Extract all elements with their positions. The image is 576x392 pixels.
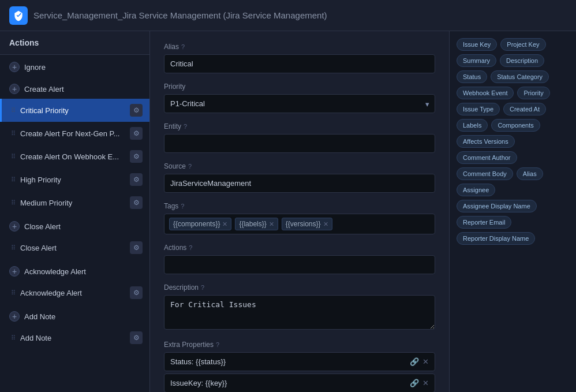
rp-tag[interactable]: Assignee [457,184,495,196]
priority-group: Priority P1-Critical P2-High P3-Medium P… [164,83,435,113]
extra-prop-value-0: Status: {{status}} [170,357,410,366]
drag-handle-close: ⠿ [11,244,16,252]
acknowledge-alert-section-label: Acknowledge Alert [24,267,86,276]
actions-top-label: Actions [9,38,39,47]
gear-btn-critical[interactable]: ⚙ [130,104,143,117]
app-header: Service_Management_Jira Service Manageme… [0,0,576,31]
priority-select-wrapper: P1-Critical P2-High P3-Medium P4-Low ▾ [164,94,435,113]
description-textarea[interactable]: For Critical Issues [164,295,435,330]
extra-prop-value-1: IssueKey: {{key}} [170,379,410,387]
rp-tag[interactable]: Affects Versions [457,135,515,148]
sidebar-item-acknowledge-alert[interactable]: ⠿ Acknowledge Alert ⚙ [0,281,149,304]
rp-tag[interactable]: Assignee Display Name [457,200,537,212]
rp-tag[interactable]: Alias [517,167,543,180]
medium-priority-label: Medium Priority [20,199,126,207]
create-alert-webhook-label: Create Alert On Webhook E... [20,152,126,161]
rp-tag[interactable]: Priority [517,87,549,99]
drag-handle-critical: ⠿ [11,107,16,114]
sidebar-section-acknowledge-alert[interactable]: + Acknowledge Alert [0,259,149,281]
actions-group: Actions ? [164,244,435,274]
gear-btn-close[interactable]: ⚙ [130,241,143,254]
drag-handle-webhook: ⠿ [11,153,16,160]
extra-prop-link-icon-0[interactable]: 🔗 [410,357,419,366]
rp-tag[interactable]: Project Key [500,38,545,51]
drag-handle-add-note: ⠿ [11,334,16,342]
tag-remove-labels[interactable]: ✕ [269,221,274,227]
alias-label: Alias ? [164,43,435,51]
rp-tag[interactable]: Description [500,54,544,67]
add-note-item-label: Add Note [20,334,126,342]
sidebar-item-create-alert-webhook[interactable]: ⠿ Create Alert On Webhook E... ⚙ [0,145,149,168]
priority-select[interactable]: P1-Critical P2-High P3-Medium P4-Low [164,94,435,113]
description-label: Description ? [164,283,435,292]
tag-versions: {{versions}} ✕ [282,218,332,230]
sidebar-section-ignore[interactable]: + Ignore [0,55,149,77]
tags-container[interactable]: {{components}} ✕ {{labels}} ✕ {{versions… [164,214,435,234]
tags-group: Tags ? {{components}} ✕ {{labels}} ✕ {{v… [164,202,435,234]
tags-help-icon[interactable]: ? [181,203,184,210]
tag-remove-components[interactable]: ✕ [222,221,227,227]
high-priority-label: High Priority [20,176,126,184]
rp-tag[interactable]: Issue Type [457,103,500,115]
tag-labels: {{labels}} ✕ [235,218,278,230]
gear-btn-acknowledge[interactable]: ⚙ [130,286,143,299]
gear-btn-add-note[interactable]: ⚙ [130,331,143,344]
entity-input[interactable] [164,134,435,153]
acknowledge-expand-icon: + [9,266,20,277]
entity-help-icon[interactable]: ? [184,123,187,130]
entity-label: Entity ? [164,122,435,130]
extra-prop-actions-1: 🔗 ✕ [410,379,429,387]
gear-btn-medium[interactable]: ⚙ [130,196,143,209]
sidebar-item-close-alert[interactable]: ⠿ Close Alert ⚙ [0,236,149,259]
entity-group: Entity ? [164,122,435,153]
sidebar-item-medium-priority[interactable]: ⠿ Medium Priority ⚙ [0,191,149,214]
rp-tag[interactable]: Status [457,70,487,83]
rp-tag[interactable]: Issue Key [457,38,497,51]
rp-tag[interactable]: Reporter Email [457,216,511,229]
actions-help-icon[interactable]: ? [189,244,192,251]
extra-prop-close-icon-0[interactable]: ✕ [422,357,429,366]
alias-help-icon[interactable]: ? [181,43,185,50]
extra-properties-help-icon[interactable]: ? [216,341,219,348]
tags-label: Tags ? [164,202,435,210]
sidebar-section-close-alert[interactable]: + Close Alert [0,214,149,236]
ignore-expand-icon: + [9,62,20,72]
form-content: Alias ? Priority P1-Critical P2-High P3-… [150,31,449,392]
extra-prop-close-icon-1[interactable]: ✕ [422,379,429,387]
sidebar-item-add-note[interactable]: ⠿ Add Note ⚙ [0,326,149,349]
actions-input[interactable] [164,255,435,274]
drag-handle-next-gen: ⠿ [11,130,16,137]
sidebar-item-high-priority[interactable]: ⠿ High Priority ⚙ [0,168,149,191]
drag-handle-acknowledge: ⠿ [11,289,16,297]
tag-components: {{components}} ✕ [169,218,231,230]
gear-btn-webhook[interactable]: ⚙ [130,150,143,163]
close-alert-section-label: Close Alert [24,222,61,231]
rp-tag[interactable]: Created At [503,103,546,115]
rp-tag[interactable]: Status Category [491,70,549,83]
gear-btn-high[interactable]: ⚙ [130,173,143,186]
source-help-icon[interactable]: ? [188,163,192,170]
sidebar-section-create-alert[interactable]: + Create Alert [0,77,149,99]
tag-remove-versions[interactable]: ✕ [323,221,328,227]
gear-btn-next-gen[interactable]: ⚙ [130,127,143,140]
sidebar-item-create-alert-next-gen[interactable]: ⠿ Create Alert For Next-Gen P... ⚙ [0,122,149,145]
sidebar-section-add-note[interactable]: + Add Note [0,304,149,326]
rp-tag[interactable]: Reporter Display Name [457,232,535,245]
rp-tag[interactable]: Components [491,119,540,132]
rp-tag[interactable]: Labels [457,119,488,132]
extra-prop-link-icon-1[interactable]: 🔗 [410,379,419,387]
close-alert-item-label: Close Alert [20,244,126,252]
add-note-expand-icon: + [9,311,20,322]
sidebar-item-critical-priority[interactable]: ⠿ Critical Priority ⚙ [0,99,149,122]
rp-tag[interactable]: Webhook Event [457,87,514,99]
description-help-icon[interactable]: ? [201,284,204,291]
rp-tag[interactable]: Summary [457,54,496,67]
alias-input[interactable] [164,54,435,73]
main-layout: Actions + Ignore + Create Alert ⠿ Critic… [0,31,576,392]
extra-properties-group: Extra Properties ? Status: {{status}} 🔗 … [164,341,435,392]
rp-tag[interactable]: Comment Body [457,167,513,180]
drag-handle-medium: ⠿ [11,199,16,207]
rp-tag[interactable]: Comment Author [457,151,517,164]
source-input[interactable] [164,174,435,193]
critical-priority-label: Critical Priority [20,106,126,115]
